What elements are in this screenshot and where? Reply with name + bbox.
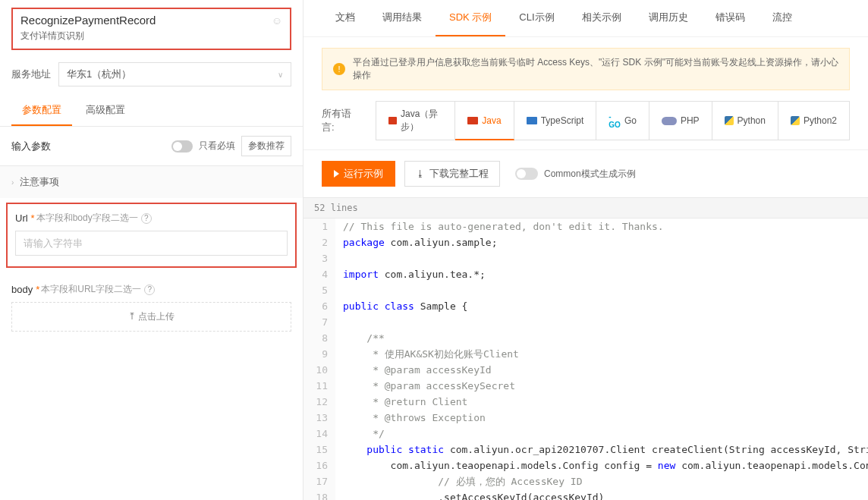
warning-icon: !	[333, 63, 345, 75]
right-panel: 文档 调用结果 SDK 示例 CLI示例 相关示例 调用历史 错误码 流控 ! …	[303, 0, 868, 500]
upload-label: 点击上传	[138, 311, 175, 322]
help-icon[interactable]: ?	[141, 213, 152, 224]
accordion-notice-label: 注意事项	[20, 175, 59, 189]
code-line: 18 .setAccessKeyId(accessKeyId)	[303, 489, 868, 500]
input-params-title: 输入参数	[11, 140, 51, 153]
help-icon[interactable]: ?	[144, 285, 155, 295]
python-icon	[791, 116, 800, 125]
code-line: 16 com.aliyun.teaopenapi.models.Config c…	[303, 458, 868, 473]
lang-tab-php[interactable]: PHP	[649, 102, 712, 140]
warning-banner: ! 平台通过已登录用户信息获取您当前账号临时 Access Keys、"运行 S…	[322, 48, 850, 90]
php-icon	[662, 117, 677, 125]
download-project-button[interactable]: ⭳ 下载完整工程	[404, 161, 500, 187]
code-lines-label: 52 lines	[303, 197, 868, 219]
api-header-box: RecognizePaymentRecord ☺ 支付详情页识别	[11, 8, 291, 50]
field-url-hint: 本字段和body字段二选一	[36, 212, 138, 225]
chevron-right-icon: ›	[11, 178, 14, 187]
tab-cli-example[interactable]: CLI示例	[505, 0, 568, 36]
code-line: 11 * @param accessKeySecret	[303, 378, 868, 394]
lang-tab-python[interactable]: Python	[712, 102, 778, 140]
only-required-toggle[interactable]	[171, 140, 193, 153]
code-line: 1// This file is auto-generated, don't e…	[303, 219, 868, 234]
required-star: *	[31, 212, 35, 224]
play-icon	[334, 170, 339, 178]
lang-tab-go[interactable]: -GOGo	[596, 102, 649, 140]
code-line: 17 // 必填，您的 AccessKey ID	[303, 473, 868, 489]
typescript-icon	[527, 117, 537, 124]
top-tabs: 文档 调用结果 SDK 示例 CLI示例 相关示例 调用历史 错误码 流控	[303, 0, 868, 37]
python-icon	[725, 116, 734, 125]
service-region-select[interactable]: 华东1（杭州） ∨	[58, 62, 291, 86]
lang-tab-java[interactable]: Java	[455, 102, 514, 140]
all-languages-label: 所有语言:	[322, 107, 362, 134]
tab-advanced-config[interactable]: 高级配置	[75, 96, 136, 126]
code-line: 2package com.aliyun.sample;	[303, 234, 868, 250]
code-line: 4import com.aliyun.tea.*;	[303, 266, 868, 282]
left-panel: RecognizePaymentRecord ☺ 支付详情页识别 服务地址 华东…	[0, 0, 303, 500]
code-line: 9 * 使用AK&SK初始化账号Client	[303, 346, 868, 362]
code-line: 7	[303, 314, 868, 330]
code-line: 14 */	[303, 426, 868, 442]
smiley-icon[interactable]: ☺	[272, 14, 282, 27]
url-input[interactable]	[15, 231, 288, 256]
field-url-name: Url	[15, 212, 28, 224]
download-icon: ⭳	[416, 168, 425, 179]
tab-result[interactable]: 调用结果	[369, 0, 436, 36]
service-label: 服务地址	[11, 68, 51, 81]
code-line: 3	[303, 250, 868, 266]
api-name: RecognizePaymentRecord	[20, 14, 156, 27]
chevron-down-icon: ∨	[278, 71, 283, 79]
tab-related-example[interactable]: 相关示例	[568, 0, 635, 36]
lang-tab-python2[interactable]: Python2	[778, 102, 849, 140]
field-url-block: Url * 本字段和body字段二选一 ?	[6, 203, 297, 268]
lang-tab-java-async[interactable]: Java（异步）	[376, 102, 455, 140]
service-region-value: 华东1（杭州）	[67, 68, 131, 81]
field-body-hint: 本字段和URL字段二选一	[41, 283, 141, 296]
language-tabs: Java（异步） Java TypeScript -GOGo PHP Pytho…	[376, 101, 850, 140]
tab-sdk-example[interactable]: SDK 示例	[436, 0, 505, 36]
param-recommend-button[interactable]: 参数推荐	[241, 136, 291, 156]
tab-error-code[interactable]: 错误码	[702, 0, 759, 36]
tab-call-history[interactable]: 调用历史	[635, 0, 702, 36]
upload-icon: ⤒	[128, 311, 136, 322]
common-mode-toggle[interactable]	[515, 168, 538, 180]
run-label: 运行示例	[344, 167, 383, 181]
lang-tab-typescript[interactable]: TypeScript	[514, 102, 597, 140]
run-example-button[interactable]: 运行示例	[322, 161, 395, 187]
java-icon	[467, 117, 478, 124]
go-icon: -GO	[609, 112, 621, 129]
code-line: 15 public static com.aliyun.ocr_api20210…	[303, 442, 868, 458]
tab-doc[interactable]: 文档	[322, 0, 369, 36]
code-line: 5	[303, 282, 868, 298]
left-config-tabs: 参数配置 高级配置	[0, 96, 303, 127]
code-line: 8 /**	[303, 330, 868, 346]
warning-text: 平台通过已登录用户信息获取您当前账号临时 Access Keys、"运行 SDK…	[353, 56, 838, 82]
tab-throttle[interactable]: 流控	[759, 0, 806, 36]
only-required-label: 只看必填	[199, 140, 235, 153]
code-line: 10 * @param accessKeyId	[303, 362, 868, 378]
code-line: 13 * @throws Exception	[303, 410, 868, 426]
common-mode-label: Common模式生成示例	[544, 168, 636, 181]
code-editor[interactable]: 1// This file is auto-generated, don't e…	[303, 219, 868, 500]
upload-button[interactable]: ⤒ 点击上传	[11, 302, 291, 332]
tab-param-config[interactable]: 参数配置	[11, 96, 72, 126]
download-label: 下载完整工程	[429, 167, 489, 181]
java-icon	[388, 117, 397, 124]
code-line: 6public class Sample {	[303, 298, 868, 314]
accordion-notice[interactable]: › 注意事项	[0, 165, 303, 198]
field-body-name: body	[11, 284, 33, 295]
field-body-block: body * 本字段和URL字段二选一 ? ⤒ 点击上传	[0, 272, 303, 342]
required-star: *	[36, 284, 39, 295]
api-desc: 支付详情页识别	[20, 30, 282, 42]
code-line: 12 * @return Client	[303, 394, 868, 410]
